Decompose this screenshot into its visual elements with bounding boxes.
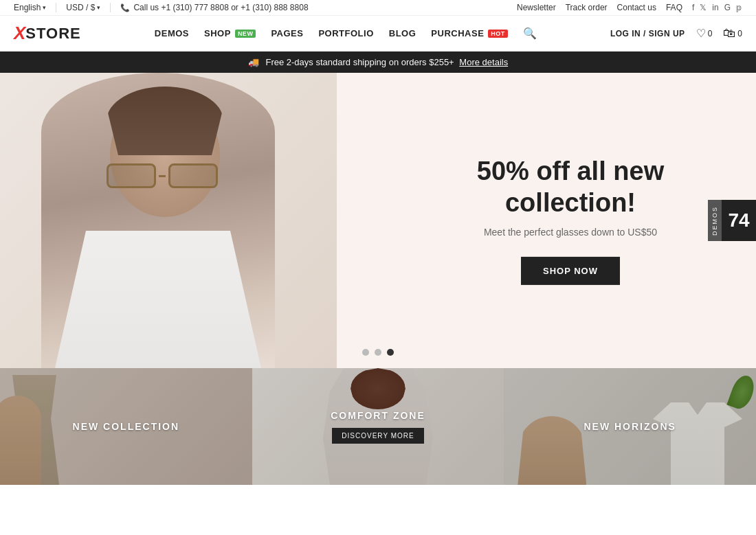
cart-button[interactable]: 🛍 0 bbox=[723, 26, 742, 41]
slide-dot-3[interactable] bbox=[387, 349, 394, 356]
nav-item-pages[interactable]: PAGES bbox=[271, 28, 303, 38]
logo-store: STORE bbox=[25, 25, 80, 43]
language-selector[interactable]: English ▾ bbox=[14, 3, 46, 12]
shirt bbox=[55, 231, 261, 368]
hero-subtitle: Meet the perfect glasses down to US$50 bbox=[440, 227, 701, 238]
wishlist-icon: ♡ bbox=[696, 27, 706, 40]
discover-button[interactable]: DISCOVERY MORE bbox=[332, 428, 423, 444]
hair bbox=[107, 87, 223, 155]
nav-label-portfolio: PORTFOLIO bbox=[318, 28, 373, 38]
badge-new: NEW bbox=[235, 30, 256, 38]
nav-item-portfolio[interactable]: PORTFOLIO bbox=[318, 28, 373, 38]
promo-text: Free 2-days standard shipping on orders … bbox=[265, 57, 454, 67]
divider-2 bbox=[110, 3, 111, 12]
top-bar-right: Newsletter Track order Contact us FAQ f … bbox=[517, 3, 742, 12]
social-icons: f 𝕏 in G 𝕡 bbox=[692, 3, 742, 12]
nav-label-shop: SHOP bbox=[204, 28, 231, 38]
demos-badge[interactable]: DEMOS 74 bbox=[708, 200, 756, 241]
cat-2-title: COMFORT ZONE bbox=[331, 410, 425, 421]
nav-item-demos[interactable]: DEMOS bbox=[155, 28, 189, 38]
currency-chevron: ▾ bbox=[97, 4, 100, 11]
slide-dot-2[interactable] bbox=[375, 349, 381, 356]
nav-item-blog[interactable]: BLOG bbox=[389, 28, 416, 38]
instagram-icon[interactable]: in bbox=[712, 3, 718, 12]
glasses bbox=[107, 162, 223, 190]
cart-count: 0 bbox=[737, 29, 742, 38]
cat-3-overlay: NEW HORIZONS bbox=[504, 368, 756, 485]
wishlist-count: 0 bbox=[708, 29, 713, 38]
nav-label-purchase: PURCHASE bbox=[431, 28, 484, 38]
slide-dots bbox=[362, 349, 394, 356]
currency-selector[interactable]: USD / $ ▾ bbox=[66, 3, 100, 12]
promo-bar: 🚚 Free 2-days standard shipping on order… bbox=[0, 52, 756, 73]
twitter-icon[interactable]: 𝕏 bbox=[700, 3, 707, 12]
main-nav: X STORE DEMOS SHOP NEW PAGES PORTFOLIO B… bbox=[0, 16, 756, 52]
nav-label-demos: DEMOS bbox=[155, 28, 189, 38]
logo[interactable]: X STORE bbox=[14, 23, 81, 44]
demos-number: 74 bbox=[722, 200, 756, 241]
hero-section: DEMOS 74 50% off all new collection! Mee… bbox=[0, 73, 756, 368]
nav-item-shop[interactable]: SHOP NEW bbox=[204, 28, 256, 38]
pinterest-icon[interactable]: 𝕡 bbox=[736, 3, 742, 12]
wishlist-button[interactable]: ♡ 0 bbox=[696, 27, 713, 40]
demos-label: DEMOS bbox=[708, 200, 722, 241]
track-order-link[interactable]: Track order bbox=[566, 3, 608, 12]
nav-item-purchase[interactable]: PURCHASE HOT bbox=[431, 28, 507, 38]
slide-dot-1[interactable] bbox=[362, 349, 369, 356]
phone-icon: 📞 bbox=[120, 3, 130, 12]
badge-hot: HOT bbox=[488, 30, 508, 38]
cat-1-overlay: NEW COLLECTION bbox=[0, 368, 252, 485]
top-bar-left: English ▾ USD / $ ▾ 📞 Call us +1 (310) 7… bbox=[14, 3, 309, 12]
category-comfort-zone[interactable]: COMFORT ZONE DISCOVERY MORE bbox=[252, 368, 504, 485]
cat-2-overlay: COMFORT ZONE DISCOVERY MORE bbox=[252, 368, 504, 485]
promo-link[interactable]: More details bbox=[459, 57, 508, 67]
cat-1-title: NEW COLLECTION bbox=[73, 421, 180, 432]
shop-now-button[interactable]: SHOP NOW bbox=[521, 257, 620, 285]
cart-icon: 🛍 bbox=[723, 26, 735, 41]
language-chevron: ▾ bbox=[43, 4, 46, 11]
faq-link[interactable]: FAQ bbox=[666, 3, 682, 12]
nav-right: LOG IN / SIGN UP ♡ 0 🛍 0 bbox=[610, 26, 742, 41]
currency-label: USD / $ bbox=[66, 3, 95, 12]
truck-icon: 🚚 bbox=[248, 57, 259, 67]
top-bar: English ▾ USD / $ ▾ 📞 Call us +1 (310) 7… bbox=[0, 0, 756, 16]
category-new-horizons[interactable]: NEW HORIZONS bbox=[504, 368, 756, 485]
phone-text: Call us +1 (310) 777 8808 or +1 (310) 88… bbox=[133, 3, 308, 12]
nav-links: DEMOS SHOP NEW PAGES PORTFOLIO BLOG PURC… bbox=[155, 27, 537, 40]
hero-title: 50% off all new collection! bbox=[440, 156, 701, 218]
category-section: NEW COLLECTION COMFORT ZONE DISCOVERY MO… bbox=[0, 368, 756, 485]
contact-us-link[interactable]: Contact us bbox=[617, 3, 656, 12]
login-link[interactable]: LOG IN / SIGN UP bbox=[610, 29, 685, 38]
hero-content: 50% off all new collection! Meet the per… bbox=[440, 156, 701, 285]
nav-label-blog: BLOG bbox=[389, 28, 416, 38]
logo-x: X bbox=[14, 23, 25, 44]
google-icon[interactable]: G bbox=[724, 3, 731, 12]
nav-label-pages: PAGES bbox=[271, 28, 303, 38]
phone-number: 📞 Call us +1 (310) 777 8808 or +1 (310) … bbox=[120, 3, 308, 12]
search-button[interactable]: 🔍 bbox=[523, 27, 537, 40]
language-label: English bbox=[14, 3, 41, 12]
hero-image bbox=[0, 73, 337, 368]
newsletter-link[interactable]: Newsletter bbox=[517, 3, 556, 12]
divider-1 bbox=[56, 3, 56, 12]
facebook-icon[interactable]: f bbox=[692, 3, 694, 12]
cat-3-title: NEW HORIZONS bbox=[583, 421, 676, 432]
category-new-collection[interactable]: NEW COLLECTION bbox=[0, 368, 252, 485]
